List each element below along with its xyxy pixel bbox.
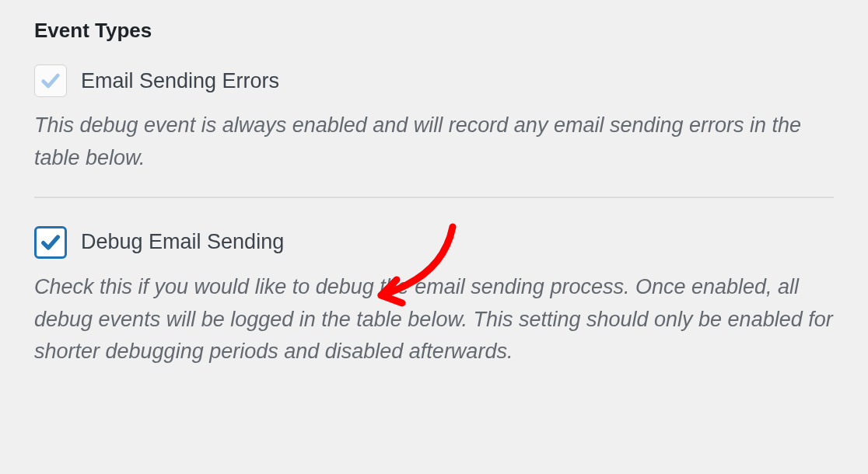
option-label-debug-email-sending: Debug Email Sending bbox=[81, 230, 284, 254]
checkbox-debug-email-sending[interactable] bbox=[34, 226, 67, 259]
option-label-email-sending-errors: Email Sending Errors bbox=[81, 69, 279, 93]
check-icon bbox=[40, 232, 61, 253]
option-email-sending-errors: Email Sending Errors bbox=[34, 64, 834, 97]
option-description-email-sending-errors: This debug event is always enabled and w… bbox=[34, 110, 834, 175]
option-description-debug-email-sending: Check this if you would like to debug th… bbox=[34, 271, 834, 369]
section-heading: Event Types bbox=[34, 19, 834, 43]
checkbox-email-sending-errors bbox=[34, 64, 67, 97]
divider bbox=[34, 197, 834, 198]
option-debug-email-sending: Debug Email Sending bbox=[34, 226, 834, 259]
check-icon bbox=[40, 70, 61, 92]
event-types-section: Event Types Email Sending Errors This de… bbox=[34, 19, 834, 368]
